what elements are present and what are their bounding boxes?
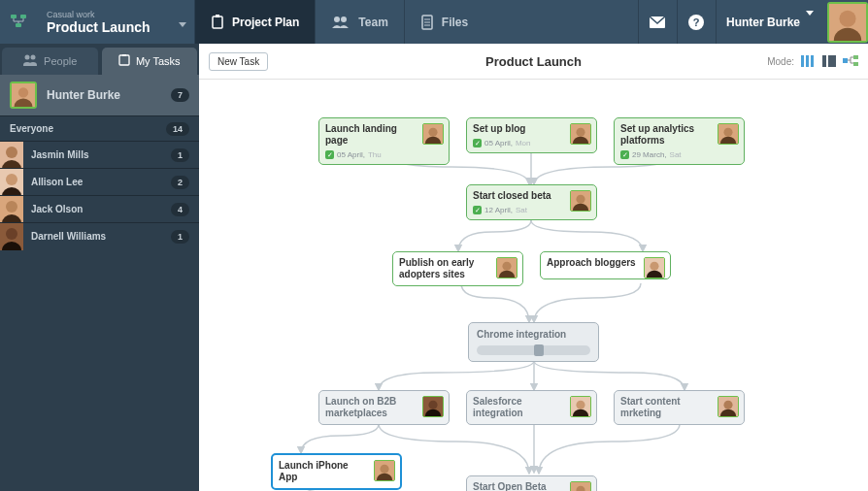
mode-flow-icon[interactable] — [843, 54, 858, 68]
avatar — [0, 196, 23, 223]
nav-team[interactable]: Team — [315, 0, 403, 44]
svg-rect-40 — [811, 55, 814, 67]
task-card[interactable]: Launch landing page✓05 April, Thu — [318, 117, 450, 165]
assignee-avatar — [570, 396, 591, 417]
svg-rect-3 — [213, 16, 222, 28]
svg-rect-43 — [843, 58, 848, 63]
new-task-button[interactable]: New Task — [209, 52, 268, 71]
tab-my-tasks[interactable]: My Tasks — [102, 48, 198, 75]
avatar — [0, 169, 23, 196]
task-card[interactable]: Set up analytics platforms✓29 March, Sat — [614, 117, 745, 165]
task-card[interactable]: Start closed beta✓12 April, Sat — [466, 184, 597, 220]
svg-point-24 — [18, 87, 28, 97]
task-card[interactable]: Salesforce integration — [466, 390, 597, 425]
task-card[interactable]: Set up blog✓05 April, Mon — [466, 117, 597, 153]
svg-point-59 — [502, 262, 511, 271]
svg-point-33 — [6, 201, 17, 213]
svg-point-18 — [31, 55, 36, 60]
svg-point-53 — [723, 128, 732, 137]
assignee-avatar — [570, 481, 591, 491]
sidebar: People My Tasks Hunter Burke 7 Everyone … — [0, 44, 199, 491]
user-dropdown[interactable]: Hunter Burke — [716, 0, 823, 44]
count-badge: 4 — [171, 203, 189, 216]
check-icon: ✓ — [473, 206, 482, 214]
me-name: Hunter Burke — [47, 88, 161, 102]
help-icon[interactable]: ? — [677, 0, 716, 44]
check-icon: ✓ — [325, 150, 334, 159]
avatar — [0, 223, 23, 250]
user-avatar[interactable] — [827, 2, 868, 43]
svg-rect-44 — [853, 55, 858, 59]
avatar — [10, 82, 37, 109]
progress-slider[interactable] — [477, 345, 590, 355]
svg-rect-39 — [806, 55, 809, 67]
count-badge: 1 — [171, 230, 189, 244]
sidebar-person[interactable]: Darnell Williams 1 — [0, 222, 199, 249]
mail-icon[interactable] — [638, 0, 677, 44]
clipboard-icon — [118, 54, 130, 68]
mode-list-icon[interactable] — [821, 54, 837, 68]
people-icon — [22, 54, 38, 68]
task-card[interactable]: Publish on early adopters sites — [392, 251, 523, 286]
task-card[interactable]: Start Open Beta — [466, 475, 597, 491]
svg-point-74 — [380, 465, 388, 474]
svg-point-36 — [6, 228, 17, 240]
count-badge: 7 — [171, 88, 189, 102]
svg-rect-41 — [822, 55, 826, 67]
svg-point-56 — [576, 195, 584, 204]
assignee-avatar — [718, 123, 739, 145]
svg-rect-38 — [801, 55, 804, 67]
svg-rect-42 — [828, 55, 836, 67]
task-card-progress[interactable]: Chrome integration — [468, 322, 599, 362]
svg-rect-2 — [16, 23, 21, 27]
avatar — [0, 142, 23, 169]
check-icon: ✓ — [473, 139, 482, 147]
nav-project-plan[interactable]: Project Plan — [194, 0, 315, 44]
assignee-avatar — [570, 190, 591, 212]
clipboard-icon — [211, 15, 224, 30]
assignee-avatar — [570, 123, 591, 145]
svg-point-27 — [6, 147, 17, 158]
task-card-selected[interactable]: Launch iPhone App — [271, 453, 402, 490]
assignee-avatar — [644, 257, 665, 278]
svg-point-30 — [6, 174, 17, 185]
chevron-down-icon — [179, 27, 186, 45]
sidebar-person[interactable]: Allison Lee 2 — [0, 168, 199, 195]
task-card[interactable]: Approach bloggers — [540, 251, 671, 279]
sidebar-person[interactable]: Jack Olson 4 — [0, 195, 199, 222]
check-icon: ✓ — [620, 150, 629, 159]
svg-point-15 — [839, 10, 855, 26]
svg-rect-1 — [20, 15, 26, 18]
nav-files[interactable]: Files — [404, 0, 484, 44]
svg-rect-0 — [11, 15, 17, 18]
sidebar-person[interactable]: Jasmin Mills 1 — [0, 141, 199, 168]
sidebar-everyone[interactable]: Everyone 14 — [0, 115, 199, 141]
svg-rect-45 — [853, 62, 858, 66]
assignee-avatar — [718, 396, 739, 417]
svg-rect-21 — [119, 55, 129, 65]
canvas-header: New Task Product Launch Mode: — [199, 44, 868, 80]
svg-point-65 — [428, 401, 437, 409]
svg-point-17 — [25, 55, 30, 60]
assignee-avatar — [422, 396, 444, 417]
app-logo[interactable] — [0, 0, 39, 44]
count-badge: 1 — [171, 148, 189, 162]
tab-people[interactable]: People — [2, 48, 98, 75]
svg-point-50 — [576, 128, 584, 137]
sidebar-me[interactable]: Hunter Burke 7 — [0, 75, 199, 115]
assignee-avatar — [374, 460, 395, 481]
assignee-avatar — [496, 257, 517, 278]
sidebar-tabs: People My Tasks — [0, 44, 199, 75]
svg-point-71 — [723, 401, 732, 409]
flow-canvas[interactable]: Launch landing page✓05 April, Thu Set up… — [199, 80, 868, 491]
project-dropdown[interactable]: Casual work Product Launch — [39, 10, 194, 35]
top-bar: Casual work Product Launch Project Plan … — [0, 0, 868, 44]
task-card[interactable]: Launch on B2B marketplaces — [318, 390, 450, 425]
svg-point-20 — [29, 62, 37, 66]
task-card[interactable]: Start content mrketing — [614, 390, 745, 425]
main-nav: Project Plan Team Files — [194, 0, 484, 44]
svg-point-68 — [576, 401, 584, 409]
svg-rect-22 — [122, 54, 126, 56]
mode-columns-icon[interactable] — [800, 54, 816, 68]
assignee-avatar — [422, 123, 444, 145]
